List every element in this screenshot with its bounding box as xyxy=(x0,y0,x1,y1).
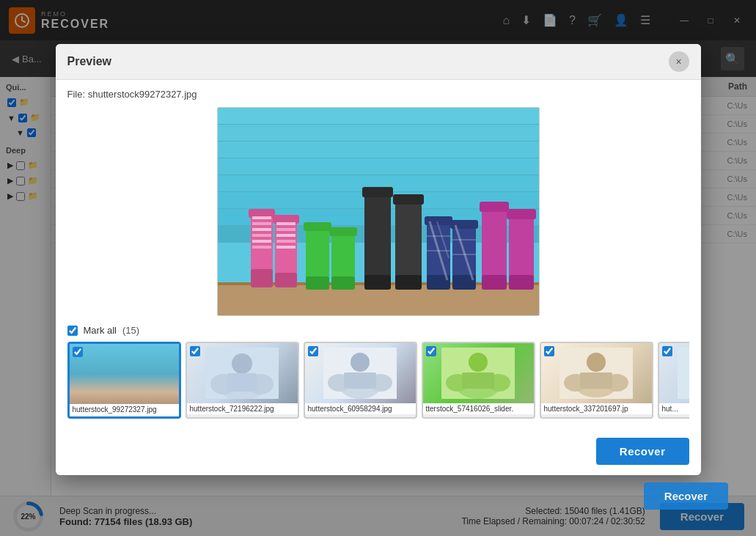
thumb-name-1: hutterstock_99272327.jpg xyxy=(70,404,179,415)
thumbnail-strip: hutterstock_99272327.jpg xyxy=(67,342,689,422)
svg-rect-9 xyxy=(218,158,540,158)
thumbnail-item-6[interactable]: hut... xyxy=(658,342,689,419)
file-info: File: shutterstock99272327.jpg xyxy=(67,89,689,100)
preview-modal: Preview × File: shutterstock99272327.jpg xyxy=(56,44,701,475)
svg-rect-29 xyxy=(252,240,271,243)
svg-rect-68 xyxy=(509,275,534,290)
svg-rect-7 xyxy=(218,141,540,142)
svg-point-89 xyxy=(587,353,606,372)
thumbnail-item-5[interactable]: hutterstock_337201697.jp xyxy=(540,342,653,419)
modal-title: Preview xyxy=(67,55,111,68)
svg-rect-26 xyxy=(252,222,271,225)
svg-rect-5 xyxy=(218,124,540,125)
svg-rect-66 xyxy=(480,202,509,212)
svg-rect-93 xyxy=(580,372,612,389)
svg-rect-46 xyxy=(364,275,391,290)
mark-all-checkbox[interactable] xyxy=(67,326,78,336)
svg-rect-11 xyxy=(218,175,540,175)
svg-rect-30 xyxy=(252,246,271,249)
svg-rect-75 xyxy=(227,373,257,392)
svg-rect-35 xyxy=(276,228,296,231)
svg-rect-8 xyxy=(218,142,540,158)
svg-rect-87 xyxy=(462,372,494,389)
svg-rect-10 xyxy=(218,158,540,175)
mark-all-count: (15) xyxy=(122,325,139,336)
thumbnail-item-2[interactable]: hutterstock_72196222.jpg xyxy=(186,342,299,419)
thumb-name-2: hutterstock_72196222.jpg xyxy=(187,403,298,414)
svg-point-71 xyxy=(232,353,252,374)
svg-rect-64 xyxy=(482,203,507,284)
thumbnail-item-3[interactable]: hutterstock_60958294.jpg xyxy=(304,342,417,419)
svg-rect-40 xyxy=(306,276,329,290)
preview-svg xyxy=(218,108,540,316)
svg-rect-43 xyxy=(331,276,355,290)
thumbnail-strip-header: Mark all (15) xyxy=(67,325,689,336)
svg-rect-6 xyxy=(218,125,540,141)
svg-rect-32 xyxy=(275,273,297,287)
thumbnail-item-1[interactable]: hutterstock_99272327.jpg xyxy=(67,342,181,419)
svg-rect-34 xyxy=(276,222,296,225)
svg-rect-25 xyxy=(252,216,271,219)
svg-rect-28 xyxy=(252,234,271,237)
svg-rect-81 xyxy=(344,372,376,389)
thumb-name-3: hutterstock_60958294.jpg xyxy=(305,403,416,414)
svg-rect-27 xyxy=(252,228,271,231)
svg-rect-41 xyxy=(304,222,331,231)
thumbnail-item-4[interactable]: tterstock_57416026_slider. xyxy=(422,342,535,419)
thumb-name-4: tterstock_57416026_slider. xyxy=(423,403,534,414)
thumb-name-5: hutterstock_337201697.jp xyxy=(541,403,652,414)
thumb-name-6: hut... xyxy=(659,403,689,414)
preview-image xyxy=(217,107,540,316)
svg-rect-67 xyxy=(509,210,534,284)
svg-rect-47 xyxy=(362,187,393,197)
svg-rect-37 xyxy=(276,240,296,243)
modal-close-button[interactable]: × xyxy=(669,51,689,72)
svg-rect-48 xyxy=(395,196,422,284)
svg-rect-38 xyxy=(276,246,296,249)
svg-point-77 xyxy=(351,353,370,372)
modal-overlay: Preview × File: shutterstock99272327.jpg xyxy=(0,0,756,536)
svg-rect-44 xyxy=(329,227,357,236)
svg-rect-23 xyxy=(251,269,273,287)
svg-rect-65 xyxy=(482,275,507,290)
recover-button-bg[interactable]: Recover xyxy=(644,482,728,510)
svg-rect-4 xyxy=(218,108,540,124)
svg-rect-45 xyxy=(364,188,391,284)
recover-button-background: Recover xyxy=(644,482,728,510)
modal-footer: Recover xyxy=(56,430,701,475)
preview-image-container xyxy=(67,107,689,316)
recover-button-modal[interactable]: Recover xyxy=(596,438,689,465)
svg-rect-60 xyxy=(450,220,478,229)
svg-point-83 xyxy=(469,353,488,372)
modal-body: File: shutterstock99272327.jpg xyxy=(56,80,701,430)
svg-rect-94 xyxy=(678,348,689,399)
svg-rect-49 xyxy=(395,275,422,290)
svg-rect-50 xyxy=(393,194,424,205)
svg-rect-36 xyxy=(276,234,296,237)
modal-header: Preview × xyxy=(56,44,701,80)
svg-rect-69 xyxy=(507,209,536,219)
mark-all-label: Mark all xyxy=(84,325,117,336)
